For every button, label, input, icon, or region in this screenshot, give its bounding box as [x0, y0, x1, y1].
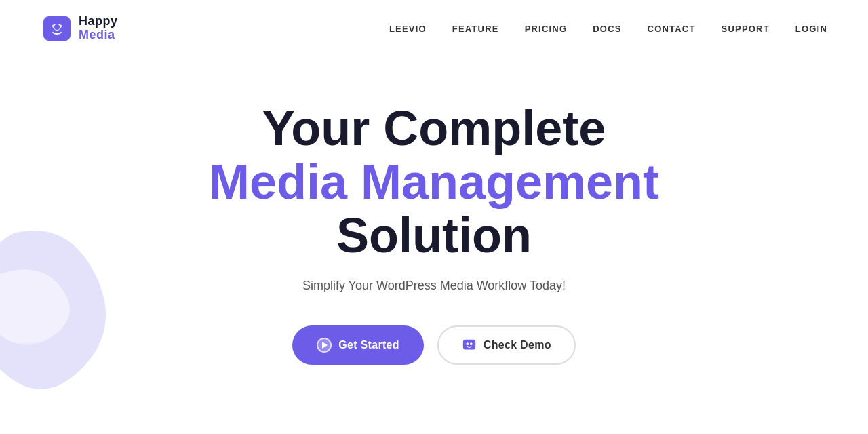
nav-login[interactable]: LOGIN [795, 24, 827, 34]
hero-title-accent: Media Management [209, 155, 659, 209]
svg-point-5 [470, 343, 473, 346]
logo[interactable]: Happy Media [41, 12, 118, 45]
get-started-label: Get Started [338, 339, 399, 351]
site-header: Happy Media LEEVIO FEATURE PRICING DOCS … [0, 0, 868, 57]
play-triangle [322, 342, 328, 349]
get-started-icon [317, 338, 332, 353]
hero-title: Your Complete Media Management Solution [129, 102, 739, 263]
nav-contact[interactable]: CONTACT [648, 24, 696, 34]
check-demo-label: Check Demo [484, 339, 551, 351]
logo-happy-text: Happy [79, 15, 118, 28]
svg-rect-3 [463, 340, 475, 350]
hero-title-line2: Solution [336, 208, 532, 262]
get-started-button[interactable]: Get Started [292, 326, 424, 365]
nav-leevio[interactable]: LEEVIO [389, 24, 427, 34]
hero-title-line1: Your Complete [262, 101, 606, 155]
check-demo-button[interactable]: Check Demo [437, 326, 576, 365]
main-nav: LEEVIO FEATURE PRICING DOCS CONTACT SUPP… [389, 24, 827, 34]
hero-cta-group: Get Started Check Demo [292, 326, 575, 365]
logo-media-text: Media [79, 28, 118, 42]
nav-support[interactable]: SUPPORT [722, 24, 770, 34]
ghost-svg [462, 338, 477, 353]
check-demo-icon [462, 338, 477, 353]
logo-icon [41, 12, 73, 45]
nav-docs[interactable]: DOCS [593, 24, 621, 34]
svg-point-2 [0, 342, 68, 369]
nav-feature[interactable]: FEATURE [452, 24, 499, 34]
hero-subtitle: Simplify Your WordPress Media Workflow T… [302, 279, 566, 293]
hero-section: Your Complete Media Management Solution … [0, 57, 868, 410]
svg-point-4 [466, 343, 469, 346]
logo-text: Happy Media [79, 15, 118, 42]
nav-pricing[interactable]: PRICING [525, 24, 568, 34]
decorative-blob [0, 220, 136, 396]
svg-point-1 [54, 24, 60, 30]
